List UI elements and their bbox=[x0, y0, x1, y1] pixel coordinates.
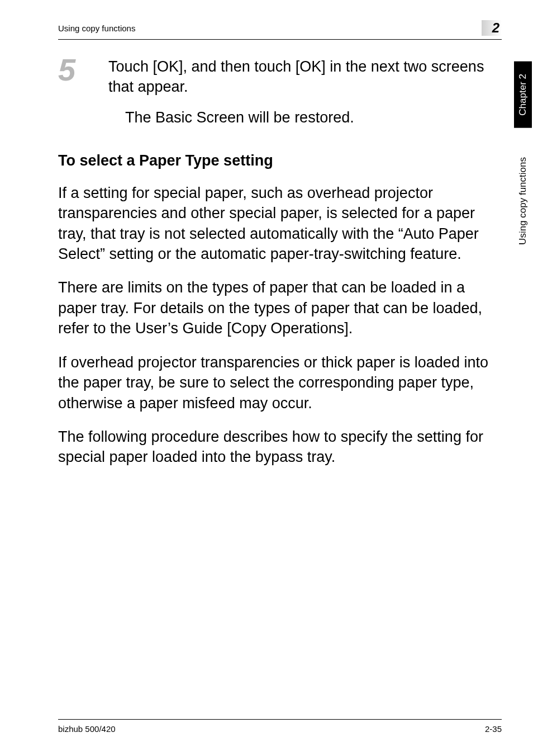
running-header-chapter-number: 2 bbox=[482, 20, 502, 36]
footer-row: bizhub 500/420 2-35 bbox=[58, 724, 502, 734]
footer-rule bbox=[58, 719, 502, 720]
content-area: 5 Touch [OK], and then touch [OK] in the… bbox=[58, 56, 502, 467]
side-tab: Chapter 2 Using copy functions bbox=[514, 62, 533, 274]
side-tab-title: Using copy functions bbox=[514, 128, 532, 274]
body-paragraph: There are limits on the types of paper t… bbox=[58, 277, 502, 338]
page: Using copy functions 2 5 Touch [OK], and… bbox=[0, 0, 533, 756]
step-number: 5 bbox=[58, 54, 86, 86]
step-text: Touch [OK], and then touch [OK] in the n… bbox=[108, 56, 502, 97]
footer-page-number: 2-35 bbox=[485, 724, 502, 734]
running-header-left: Using copy functions bbox=[58, 23, 135, 33]
header-rule bbox=[58, 39, 502, 40]
body-paragraph: The following procedure describes how to… bbox=[58, 427, 502, 467]
footer-left: bizhub 500/420 bbox=[58, 724, 116, 734]
running-header: Using copy functions 2 bbox=[58, 20, 502, 36]
step-follow-text: The Basic Screen will be restored. bbox=[125, 107, 502, 129]
side-tab-chapter: Chapter 2 bbox=[514, 62, 532, 128]
body-paragraph: If a setting for special paper, such as … bbox=[58, 183, 502, 264]
section-heading: To select a Paper Type setting bbox=[58, 152, 502, 169]
step-block: 5 Touch [OK], and then touch [OK] in the… bbox=[58, 56, 502, 97]
footer: bizhub 500/420 2-35 bbox=[58, 719, 502, 734]
body-paragraph: If overhead projector transparencies or … bbox=[58, 352, 502, 413]
